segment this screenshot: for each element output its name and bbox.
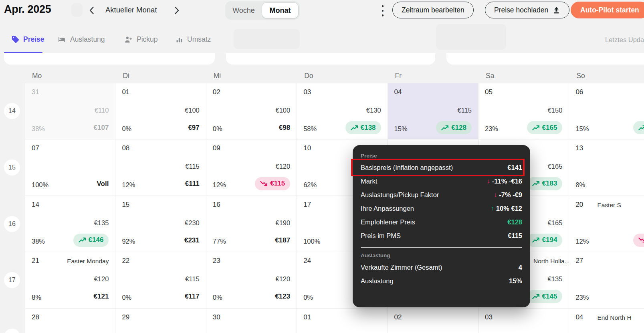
base-price: €100 xyxy=(185,107,200,114)
tab-umsatz[interactable]: Umsatz xyxy=(175,35,211,44)
calendar-day-cell[interactable]: 02€1000%€98 xyxy=(206,83,297,139)
occupancy-percent: 0% xyxy=(122,125,131,133)
weekday-label: Di xyxy=(123,72,129,80)
tooltip-row-value: €115 xyxy=(508,232,522,240)
occupancy-percent: 12% xyxy=(122,181,135,189)
base-price: €230 xyxy=(185,219,200,227)
occupancy-percent: 38% xyxy=(32,238,45,245)
autopilot-button[interactable]: Auto-Pilot starten xyxy=(571,2,644,18)
calendar-day-cell[interactable]: 03€13058%€138 xyxy=(297,83,388,139)
event-label: Easter S xyxy=(597,202,621,209)
tooltip-row-label: Verkaufte Zimmer (Gesamt) xyxy=(361,264,442,271)
tab-auslastung[interactable]: Auslastung xyxy=(57,35,105,44)
upload-prices-button[interactable]: Preise hochladen xyxy=(485,2,569,18)
tooltip-divider xyxy=(361,247,522,248)
calendar-day-cell[interactable]: 02 xyxy=(388,309,478,333)
base-price: €135 xyxy=(548,275,563,283)
base-price: €120 xyxy=(275,275,290,283)
calendar-day-cell[interactable]: 01€1000%€97 xyxy=(115,83,206,139)
day-number: 23 xyxy=(213,257,220,265)
tooltip-row-value: -7% -€9 xyxy=(499,191,522,199)
recommended-price-pill-up: €128 xyxy=(436,121,472,134)
final-price: €123 xyxy=(275,293,290,301)
base-price: €110 xyxy=(95,107,109,114)
occupancy-percent: 0% xyxy=(213,294,222,301)
calendar-day-cell[interactable]: 2723% xyxy=(569,252,644,309)
final-price: €187 xyxy=(275,236,290,244)
calendar-day-cell[interactable]: 22€1150%€117 xyxy=(115,252,206,309)
final-price: Voll xyxy=(97,180,109,188)
tag-icon xyxy=(11,35,20,44)
calendar-day-cell[interactable]: 07100%Voll xyxy=(25,139,115,196)
calendar-day-cell[interactable]: 28 xyxy=(25,309,115,333)
final-price: €121 xyxy=(94,293,109,301)
tooltip-row-value: €141 xyxy=(507,164,522,172)
calendar-day-cell[interactable]: 16€19077%€187 xyxy=(206,196,297,252)
calendar-grid: MoDiMiDoFrSaSo1415161731€11038%€10701€10… xyxy=(0,66,644,333)
calendar-day-cell[interactable]: 14€13538%€146 xyxy=(25,196,115,252)
price-details-tooltip: PreiseBasispreis (Inflation angepasst)€1… xyxy=(353,145,530,307)
calendar-day-cell[interactable]: 23€1200%€123 xyxy=(206,252,297,309)
pricing-calendar-app: Apr. 2025 Aktueller Monat Woche Monat Ze… xyxy=(0,0,644,333)
tab-pickup[interactable]: Pickup xyxy=(124,35,158,44)
calendar-day-cell[interactable]: 15€23092%€231 xyxy=(115,196,206,252)
kebab-menu-icon[interactable] xyxy=(380,5,386,16)
day-number: 03 xyxy=(485,313,493,321)
weekday-label: Sa xyxy=(486,72,494,80)
day-number: 02 xyxy=(394,313,402,321)
day-number: 08 xyxy=(122,144,129,152)
calendar-day-cell[interactable]: 03 xyxy=(478,309,569,333)
event-label: North Holla... xyxy=(533,258,569,265)
tooltip-row: Preis im PMS€115 xyxy=(361,229,522,242)
calendar-day-cell[interactable]: 05€15023%€165 xyxy=(478,83,569,139)
calendar-day-cell[interactable]: 30 xyxy=(206,309,297,333)
occupancy-percent: 100% xyxy=(303,238,320,245)
chevron-right-icon[interactable] xyxy=(172,6,182,15)
day-number: 06 xyxy=(575,88,583,96)
recommended-price-pill-up: €146 xyxy=(73,234,109,247)
recommended-price-pill-up: €145 xyxy=(527,290,563,303)
toggle-week-option[interactable]: Woche xyxy=(225,1,262,20)
recommended-price-pill-up: €165 xyxy=(527,121,563,134)
tooltip-row-label: Markt xyxy=(361,178,377,185)
calendar-day-cell[interactable]: 04€11515%€128 xyxy=(388,83,478,139)
edit-period-button[interactable]: Zeitraum bearbeiten xyxy=(392,2,474,18)
day-number: 29 xyxy=(122,313,129,321)
tooltip-row: Verkaufte Zimmer (Gesamt)4 xyxy=(361,260,522,274)
calendar-day-cell[interactable]: 21Easter Monday€1208%€121 xyxy=(25,252,115,309)
view-toggle: Woche Monat xyxy=(225,1,300,20)
day-number: 14 xyxy=(32,201,39,209)
occupancy-percent: 38% xyxy=(32,125,45,133)
arrow-down-icon: ↓ xyxy=(487,178,490,185)
tooltip-row-label: Ihre Anpassungen xyxy=(361,205,414,212)
calendar-day-cell[interactable]: 0615% xyxy=(569,83,644,139)
calendar-day-cell[interactable]: 08€11512%€111 xyxy=(115,139,206,196)
tooltip-row-label: Auslastung xyxy=(361,277,394,285)
day-number: 20 xyxy=(575,201,583,209)
decorative-blob xyxy=(234,29,300,49)
tab-preise[interactable]: Preise xyxy=(11,35,44,44)
calendar-day-cell[interactable]: 01 xyxy=(297,309,388,333)
base-price: €115 xyxy=(185,163,199,170)
tooltip-row-value: 15% xyxy=(509,277,522,285)
calendar-day-cell[interactable]: 20Easter S12% xyxy=(569,196,644,252)
final-price: €117 xyxy=(185,293,200,301)
calendar-day-cell[interactable]: 04End North H xyxy=(569,309,644,333)
card-bottom-edge xyxy=(446,53,644,65)
calendar-day-cell[interactable]: 31€11038%€107 xyxy=(25,83,115,139)
tooltip-row-value: -11% -€16 xyxy=(492,178,522,185)
calendar-day-cell[interactable]: 29 xyxy=(115,309,206,333)
chevron-left-icon[interactable] xyxy=(87,6,96,15)
toggle-month-option[interactable]: Monat xyxy=(262,3,298,18)
recommended-price-pill-up: €138 xyxy=(345,121,381,134)
decorative-blob xyxy=(436,24,506,50)
tooltip-row-value: €128 xyxy=(507,218,522,226)
week-number-badge xyxy=(4,329,20,333)
day-number: 10 xyxy=(303,144,311,152)
calendar-day-cell[interactable]: 138% xyxy=(569,139,644,196)
base-price: €120 xyxy=(275,163,290,170)
card-bottom-edge xyxy=(4,53,215,65)
calendar-day-cell[interactable]: 09€12012%€115 xyxy=(206,139,297,196)
occupancy-percent: 15% xyxy=(394,125,408,133)
tooltip-row: Markt↓-11% -€16 xyxy=(361,174,522,188)
